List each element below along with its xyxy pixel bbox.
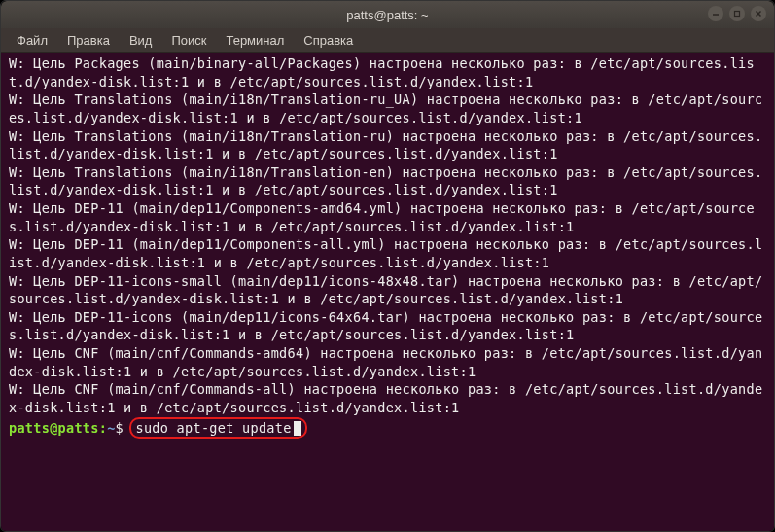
window-controls [708,6,766,21]
minimize-button[interactable] [708,6,723,21]
terminal-line: W: Цель DEP-11-icons-small (main/dep11/i… [9,273,762,307]
command-input[interactable]: sudo apt-get update [135,420,291,436]
terminal-line: W: Цель CNF (main/cnf/Commands-amd64) на… [9,345,762,379]
menu-search[interactable]: Поиск [163,31,214,50]
menu-view[interactable]: Вид [122,31,160,50]
prompt-path: ~ [107,420,115,436]
menu-edit[interactable]: Правка [59,31,118,50]
command-highlight: sudo apt-get update [129,417,306,440]
window-title: patts@patts: ~ [346,8,428,22]
terminal-line: W: Цель CNF (main/cnf/Commands-all) наст… [9,381,762,415]
prompt-dollar: $ [116,420,123,436]
window-titlebar: patts@patts: ~ [1,1,774,28]
terminal-line: W: Цель Translations (main/i18n/Translat… [9,128,762,162]
prompt-separator: : [99,420,107,436]
menubar: Файл Правка Вид Поиск Терминал Справка [1,28,774,53]
prompt-user-host: patts@patts [9,420,99,436]
menu-terminal[interactable]: Терминал [218,31,292,50]
terminal-line: W: Цель DEP-11-icons (main/dep11/icons-6… [9,309,762,343]
maximize-button[interactable] [729,6,745,21]
menu-file[interactable]: Файл [9,31,55,50]
menu-help[interactable]: Справка [296,31,361,50]
terminal-output[interactable]: W: Цель Packages (main/binary-all/Packag… [1,53,774,532]
close-button[interactable] [751,6,766,21]
terminal-line: W: Цель DEP-11 (main/dep11/Components-am… [9,200,755,234]
terminal-line: W: Цель Packages (main/binary-all/Packag… [9,55,755,89]
terminal-line: W: Цель Translations (main/i18n/Translat… [9,91,762,125]
terminal-line: W: Цель DEP-11 (main/dep11/Components-al… [9,236,762,270]
cursor [294,421,301,436]
svg-rect-1 [735,12,740,17]
terminal-line: W: Цель Translations (main/i18n/Translat… [9,164,762,198]
